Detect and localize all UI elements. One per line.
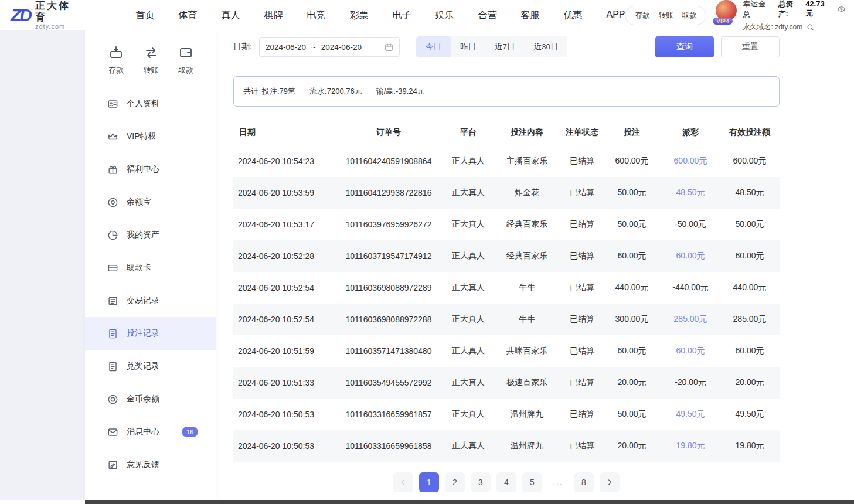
nav-item[interactable]: 合营	[478, 9, 496, 22]
nav-item[interactable]: 娱乐	[435, 9, 454, 22]
column-header: 有效投注额	[720, 127, 780, 138]
unread-count-badge: 16	[182, 427, 198, 437]
quick-action[interactable]: 取款	[172, 46, 199, 76]
user-block: VIP4 幸运金总 总资产: 42.73元 永久域名: zdty.com	[716, 0, 846, 32]
cell-status: 已结算	[562, 441, 603, 451]
page-button[interactable]: 1	[419, 472, 439, 492]
cell-platform: 正大真人	[444, 219, 492, 230]
cell-platform: 正大真人	[444, 188, 492, 198]
chevron-left-icon[interactable]	[393, 472, 413, 492]
reset-button[interactable]: 重置	[721, 36, 780, 57]
range-button[interactable]: 近7日	[485, 36, 525, 57]
sidebar-item[interactable]: 消息中心 16	[85, 416, 216, 448]
nav-item[interactable]: 首页	[135, 9, 154, 22]
search-icon[interactable]	[806, 23, 815, 32]
cell-order-no: 1011603698088972289	[333, 283, 444, 292]
nav-item[interactable]: 彩票	[349, 9, 368, 22]
cell-status: 已结算	[562, 251, 603, 261]
cell-valid-amount: 48.50元	[720, 188, 780, 198]
nav-item[interactable]: 优惠	[563, 9, 582, 22]
sidebar: 存款 转账 取款 个人资料 VIP特权 福利中心 余额宝 我的资产 取款卡 交易…	[85, 30, 216, 500]
quick-action[interactable]: 转账	[138, 46, 165, 76]
table-row: 2024-06-20 10:50:53 1011603316659961857 …	[233, 399, 780, 430]
sidebar-item[interactable]: VIP特权	[85, 120, 216, 153]
range-button[interactable]: 近30日	[524, 36, 567, 57]
bet-records-table: 日期订单号平台投注内容注单状态投注派彩有效投注额 2024-06-20 10:5…	[233, 120, 780, 462]
chevron-right-icon[interactable]	[600, 472, 620, 492]
page-button[interactable]: 2	[445, 472, 465, 492]
cell-date: 2024-06-20 10:53:17	[233, 220, 333, 229]
summary-part: 投注:79笔	[262, 87, 295, 96]
sidebar-item[interactable]: 意见反馈	[85, 448, 216, 481]
wallet-action-button[interactable]: 存款	[635, 11, 649, 21]
ellipsis: ...	[548, 472, 568, 492]
summary-prefix: 共计	[243, 86, 258, 97]
search-button[interactable]: 查询	[655, 36, 714, 57]
range-button[interactable]: 今日	[416, 36, 451, 57]
calendar-icon[interactable]	[385, 43, 393, 52]
cell-valid-amount: 60.00元	[720, 346, 780, 356]
sidebar-item[interactable]: 取款卡	[85, 251, 216, 284]
cell-bet-content: 牛牛	[492, 282, 562, 293]
nav-item[interactable]: APP	[606, 9, 625, 22]
table-row: 2024-06-20 10:51:33 1011603549455572992 …	[233, 367, 780, 399]
cell-bet-amount: 440.00元	[603, 282, 661, 293]
wallet-action-button[interactable]: 取款	[682, 11, 696, 21]
column-header: 注单状态	[562, 127, 603, 138]
cell-valid-amount: 50.00元	[720, 219, 780, 230]
cell-payout: -50.00元	[661, 219, 720, 230]
sidebar-item[interactable]: 金币余额	[85, 383, 216, 416]
page-button[interactable]: 8	[574, 472, 594, 492]
table-row: 2024-06-20 10:53:59 1011604129938722816 …	[233, 177, 780, 209]
wallet-action-button[interactable]: 转账	[658, 11, 673, 21]
cell-order-no: 1011603549455572992	[333, 378, 444, 387]
date-to[interactable]: 2024-06-20	[321, 43, 362, 52]
cell-valid-amount: 20.00元	[720, 377, 780, 388]
horizontal-scrollbar[interactable]	[85, 500, 854, 504]
cell-bet-amount: 600.00元	[603, 156, 661, 166]
page-button[interactable]: 4	[496, 472, 516, 492]
filter-row: 日期: 2024-06-20 ~ 2024-06-20 今日昨日近7日近30日 …	[233, 36, 780, 57]
cell-payout: 285.00元	[661, 314, 720, 325]
sidebar-item[interactable]: 交易记录	[85, 284, 216, 317]
sidebar-item[interactable]: 投注记录	[85, 317, 216, 350]
page-button[interactable]: 5	[522, 472, 542, 492]
nav-item[interactable]: 棋牌	[264, 9, 283, 22]
cell-valid-amount: 60.00元	[720, 251, 780, 261]
sidebar-item[interactable]: 福利中心	[85, 153, 216, 186]
sidebar-item[interactable]: 兑奖记录	[85, 350, 216, 383]
brand-logo[interactable]: ZD 正大体育 zdty.com	[11, 0, 81, 30]
page-button[interactable]: 3	[471, 472, 491, 492]
cell-valid-amount: 285.00元	[720, 314, 780, 325]
cell-valid-amount: 600.00元	[720, 156, 780, 166]
vip-icon	[107, 131, 118, 142]
date-label: 日期:	[233, 42, 252, 52]
logo-mark: ZD	[11, 6, 30, 24]
sidebar-item[interactable]: 余额宝	[85, 186, 216, 219]
date-from[interactable]: 2024-06-20	[266, 43, 306, 52]
table-row: 2024-06-20 10:52:54 1011603698088972289 …	[233, 272, 780, 304]
date-range-picker[interactable]: 2024-06-20 ~ 2024-06-20	[259, 37, 400, 57]
bet-record-icon	[107, 328, 118, 339]
cell-order-no: 1011603698088972288	[333, 315, 444, 324]
sidebar-item[interactable]: 个人资料	[85, 87, 216, 120]
cell-bet-content: 温州牌九	[492, 409, 562, 420]
nav-item[interactable]: 电子	[392, 9, 411, 22]
brand-name: 正大体育	[35, 0, 81, 23]
sidebar-item[interactable]: 我的资产	[85, 219, 216, 251]
nav-item[interactable]: 电竞	[307, 9, 325, 22]
cell-platform: 正大真人	[444, 346, 492, 356]
cell-date: 2024-06-20 10:52:54	[233, 315, 333, 324]
eye-icon[interactable]	[837, 5, 846, 13]
cell-order-no: 1011603316659961858	[333, 441, 444, 451]
quick-action[interactable]: 存款	[103, 46, 130, 76]
cell-valid-amount: 19.80元	[720, 441, 780, 451]
nav-item[interactable]: 客服	[520, 9, 539, 22]
withdraw-card-icon	[107, 263, 118, 274]
nav-item[interactable]: 体育	[178, 9, 197, 22]
left-gutter	[0, 30, 85, 500]
range-button[interactable]: 昨日	[451, 36, 485, 57]
brand-domain: zdty.com	[35, 23, 81, 30]
nav-item[interactable]: 真人	[221, 9, 240, 22]
cell-bet-content: 炸金花	[492, 188, 562, 198]
